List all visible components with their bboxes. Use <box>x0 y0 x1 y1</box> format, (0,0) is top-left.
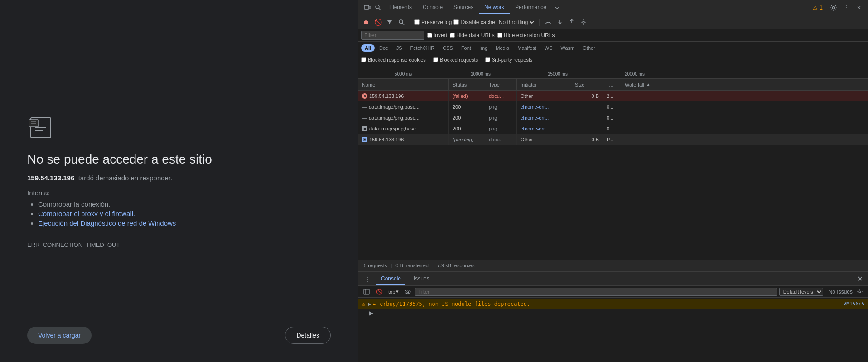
disable-cache-checkbox[interactable] <box>453 19 459 25</box>
console-sidebar-icon[interactable] <box>361 286 372 297</box>
preserve-log-checkbox[interactable] <box>414 19 420 25</box>
header-name[interactable]: Name <box>358 79 449 90</box>
type-btn-manifest[interactable]: Manifest <box>514 44 540 52</box>
tab-sources[interactable]: Sources <box>448 1 479 14</box>
type-btn-doc[interactable]: Doc <box>376 44 392 52</box>
invert-checkbox[interactable] <box>427 33 432 38</box>
devtools-device-icon[interactable] <box>362 2 373 13</box>
table-row[interactable]: — data:image/png;base... 200 png chrome-… <box>358 101 868 112</box>
search-icon[interactable] <box>396 17 406 27</box>
suggestion-3[interactable]: Ejecución del Diagnóstico de red de Wind… <box>38 219 331 227</box>
throttle-select[interactable]: No throttling <box>497 19 535 26</box>
header-type[interactable]: Type <box>485 79 517 90</box>
console-more-icon[interactable]: ⋮ <box>362 274 373 285</box>
type-btn-media[interactable]: Media <box>492 44 513 52</box>
error-ip: 159.54.133.196 <box>27 174 74 182</box>
row-1-time: 2... <box>603 91 621 101</box>
suggestion-2[interactable]: Comprobar el proxy y el firewall. <box>38 210 331 217</box>
warning-badge[interactable]: ⚠ 1 <box>809 2 826 14</box>
row-4-status: 200 <box>449 123 485 134</box>
row-3-size <box>571 112 603 123</box>
header-time[interactable]: T... <box>603 79 621 90</box>
console-warning-row[interactable]: ⚠ ▶ ► crbug/1173575, non-JS module files… <box>358 299 868 309</box>
invert-checkbox-label[interactable]: Invert <box>427 32 447 39</box>
header-waterfall[interactable]: Waterfall ▲ <box>621 79 868 90</box>
console-tab-console[interactable]: Console <box>376 274 405 285</box>
console-expand-row[interactable]: ▶ <box>358 309 868 317</box>
close-devtools-icon[interactable]: ✕ <box>854 2 864 13</box>
header-status[interactable]: Status <box>449 79 485 90</box>
toolbar-divider-1 <box>410 19 410 26</box>
reload-button[interactable]: Volver a cargar <box>27 327 92 344</box>
blocked-cookies-checkbox[interactable] <box>361 57 366 62</box>
tab-console[interactable]: Console <box>417 1 448 14</box>
more-tabs-icon[interactable] <box>552 2 563 13</box>
console-clear-icon[interactable]: 🚫 <box>374 286 385 297</box>
table-row[interactable]: ✕ 159.54.133.196 (failed) docu... Other … <box>358 91 868 101</box>
devtools-inspect-icon[interactable] <box>373 2 384 13</box>
type-btn-other[interactable]: Other <box>579 44 599 52</box>
tab-network[interactable]: Network <box>479 1 510 14</box>
hide-extension-urls-checkbox[interactable] <box>497 33 502 38</box>
console-eye-icon[interactable] <box>402 286 413 297</box>
table-row[interactable]: — data:image/png;base... 200 png chrome-… <box>358 112 868 123</box>
row-2-type: png <box>485 101 517 112</box>
console-filter-input[interactable] <box>415 288 777 296</box>
default-levels-select[interactable]: Default levels <box>779 288 823 296</box>
proxy-link[interactable]: Comprobar el proxy y el firewall. <box>38 210 135 217</box>
expand-arrow[interactable]: ▶ <box>368 301 371 307</box>
table-row[interactable]: ■ data:image/png;base... 200 png chrome-… <box>358 123 868 134</box>
row-4-name: ■ data:image/png;base... <box>358 123 449 134</box>
row-4-time: 0... <box>603 123 621 134</box>
third-party-checkbox[interactable] <box>485 57 490 62</box>
filter-input[interactable] <box>361 31 424 40</box>
console-top-select[interactable]: top ▾ <box>386 286 400 297</box>
row-5-initiator: Other <box>517 134 571 145</box>
blocked-requests-label[interactable]: Blocked requests <box>433 57 478 63</box>
warning-source-link[interactable]: VM156:5 <box>844 301 864 307</box>
header-size[interactable]: Size <box>571 79 603 90</box>
console-settings-icon[interactable] <box>854 286 865 297</box>
blocked-cookies-label[interactable]: Blocked response cookies <box>361 57 426 63</box>
table-row[interactable]: ▣ 159.54.133.196 (pending) docu... Other… <box>358 134 868 145</box>
more-options-icon[interactable]: ⋮ <box>841 2 852 13</box>
type-btn-fetchxhr[interactable]: Fetch/XHR <box>406 44 438 52</box>
settings-icon[interactable] <box>828 2 839 13</box>
preserve-log-label[interactable]: Preserve log <box>414 19 452 25</box>
tab-performance[interactable]: Performance <box>510 1 552 14</box>
third-party-label[interactable]: 3rd-party requests <box>485 57 532 63</box>
diagnostics-link[interactable]: Ejecución del Diagnóstico de red de Wind… <box>38 219 176 227</box>
network-settings-icon[interactable] <box>579 17 588 27</box>
hide-data-urls-label[interactable]: Hide data URLs <box>450 32 495 39</box>
details-button[interactable]: Detalles <box>285 327 331 344</box>
hide-data-urls-checkbox[interactable] <box>450 33 455 38</box>
row-3-initiator: chrome-err... <box>517 112 571 123</box>
filter-icon[interactable] <box>385 17 395 27</box>
record-button[interactable]: ⏺ <box>361 17 371 27</box>
console-close-button[interactable]: ✕ <box>855 275 864 284</box>
type-btn-js[interactable]: JS <box>393 44 406 52</box>
type-btn-font[interactable]: Font <box>458 44 475 52</box>
export-icon[interactable] <box>567 17 577 27</box>
svg-point-18 <box>405 290 410 294</box>
timeline-bar: 5000 ms 10000 ms 15000 ms 20000 ms <box>358 65 868 79</box>
table-header: Name Status Type Initiator Size T... Wat… <box>358 79 868 91</box>
suggestion-1: Comprobar la conexión. <box>38 200 331 208</box>
blocked-requests-checkbox[interactable] <box>433 57 438 62</box>
console-tab-issues[interactable]: Issues <box>409 274 434 285</box>
svg-point-15 <box>583 21 584 23</box>
header-initiator[interactable]: Initiator <box>517 79 571 90</box>
type-btn-all[interactable]: All <box>361 44 375 52</box>
type-btn-wasm[interactable]: Wasm <box>557 44 579 52</box>
disable-cache-label[interactable]: Disable cache <box>453 19 495 25</box>
type-btn-img[interactable]: Img <box>476 44 491 52</box>
hide-extension-urls-label[interactable]: Hide extension URLs <box>497 32 555 39</box>
network-condition-icon[interactable] <box>543 17 553 27</box>
tab-elements[interactable]: Elements <box>384 1 417 14</box>
svg-rect-16 <box>364 289 369 294</box>
expand-chevron-icon[interactable]: ▶ <box>369 310 373 316</box>
clear-button[interactable]: 🚫 <box>373 17 383 27</box>
import-icon[interactable] <box>555 17 565 27</box>
type-btn-ws[interactable]: WS <box>541 44 556 52</box>
type-btn-css[interactable]: CSS <box>439 44 457 52</box>
